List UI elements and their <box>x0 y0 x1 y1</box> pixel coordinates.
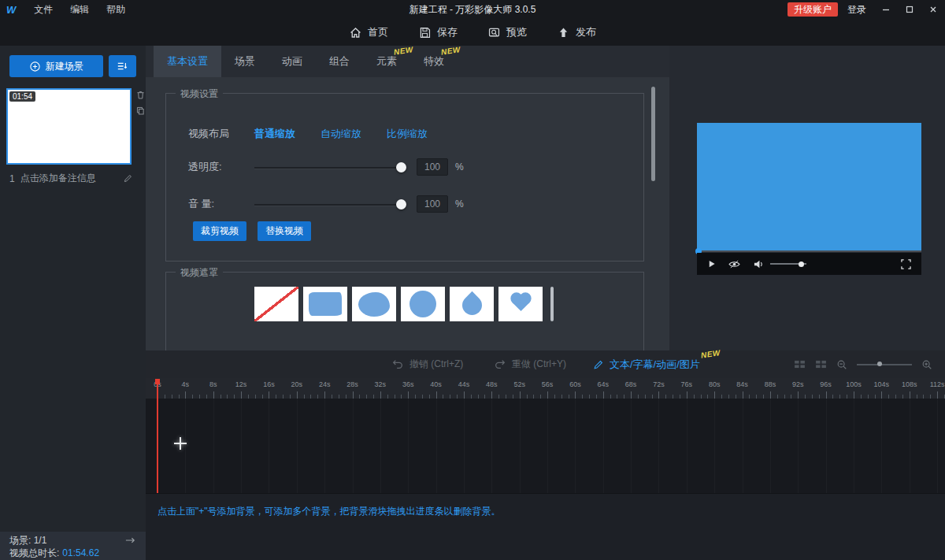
upgrade-account-button[interactable]: 升级账户 <box>788 2 838 17</box>
add-text-media-button[interactable]: 文本/字幕/动画/图片 NEW <box>593 350 700 378</box>
volume-slider[interactable] <box>254 199 404 210</box>
timeline-tick-label: 12s <box>227 380 254 388</box>
preview-video[interactable] <box>697 123 921 250</box>
timeline-tick-label: 24s <box>310 380 338 388</box>
auto-preview-eye-icon[interactable] <box>728 259 741 269</box>
tab-label: 组合 <box>329 54 350 69</box>
timeline-ruler[interactable]: 0s4s8s12s16s20s24s28s32s36s40s44s48s52s5… <box>146 378 945 399</box>
background-track[interactable] <box>146 399 945 494</box>
video-layout-label: 视频布局 <box>188 127 254 141</box>
mask-blob-icon[interactable] <box>352 287 396 321</box>
timeline-tick-label: 112s <box>923 380 945 388</box>
volume-unit: % <box>455 198 464 210</box>
titlebar-right: 升级账户 登录 <box>788 0 945 19</box>
playhead[interactable] <box>157 379 158 493</box>
redo-icon <box>494 359 506 369</box>
tab-animation[interactable]: 动画 <box>269 46 316 77</box>
tab-effects[interactable]: 特效NEW <box>410 46 458 77</box>
menu-edit[interactable]: 编辑 <box>61 3 98 17</box>
timeline-hint-text: 点击上面"+"号添加背景，可添加多个背景，把背景滑块拖拽出进度条以删除背景。 <box>158 505 501 518</box>
preview-controls <box>697 253 921 275</box>
plus-circle-icon <box>29 61 41 72</box>
edit-note-icon[interactable] <box>123 173 133 184</box>
timeline-zoom-slider[interactable] <box>857 364 912 365</box>
timeline-tick-label: 36s <box>395 380 422 388</box>
next-scene-arrow-icon[interactable] <box>124 536 136 544</box>
settings-scrollbar[interactable] <box>651 87 655 181</box>
scene-note[interactable]: 1 点击添加备注信息 <box>9 172 138 185</box>
layout-option-normal-zoom[interactable]: 普通缩放 <box>254 127 295 141</box>
zoom-out-icon[interactable] <box>836 359 847 370</box>
replace-video-button[interactable]: 替换视频 <box>258 221 311 241</box>
fullscreen-button[interactable] <box>901 259 911 269</box>
publish-icon <box>557 26 570 39</box>
mask-teardrop-icon[interactable] <box>450 287 494 321</box>
edit-toolbar: 撤销 (Ctrl+Z) 重做 (Ctrl+Y) 文本/字幕/动画/图片 NEW <box>146 350 945 378</box>
timeline-tick-label: 80s <box>701 380 728 388</box>
undo-button[interactable]: 撤销 (Ctrl+Z) <box>391 350 463 378</box>
minimize-button[interactable] <box>874 0 898 19</box>
new-scene-button[interactable]: 新建场景 <box>9 55 103 77</box>
pencil-icon <box>593 359 604 370</box>
preview-button[interactable]: 预览 <box>487 25 527 39</box>
redo-button[interactable]: 重做 (Ctrl+Y) <box>494 350 566 378</box>
list-sort-icon <box>116 60 128 72</box>
mask-rough-rect-icon[interactable] <box>303 287 347 321</box>
publish-button[interactable]: 发布 <box>557 25 596 39</box>
zoom-handle[interactable] <box>877 362 882 366</box>
timeline-tick-label: 56s <box>533 380 561 388</box>
timeline-tick-label: 28s <box>339 380 366 388</box>
maximize-button[interactable] <box>898 0 921 19</box>
speaker-icon[interactable] <box>753 259 765 269</box>
timeline-tick-label: 84s <box>728 380 756 388</box>
save-button[interactable]: 保存 <box>418 25 458 39</box>
align-grid-icon[interactable] <box>794 360 806 369</box>
slider-handle[interactable] <box>396 199 406 210</box>
volume-handle[interactable] <box>799 261 804 267</box>
slider-handle[interactable] <box>396 162 406 172</box>
scene-list-button[interactable] <box>109 55 136 77</box>
mask-none-icon[interactable] <box>254 287 298 321</box>
layout-option-ratio-zoom[interactable]: 比例缩放 <box>387 127 428 141</box>
note-placeholder: 点击添加备注信息 <box>20 172 96 185</box>
home-button[interactable]: 首页 <box>349 25 388 39</box>
close-button[interactable] <box>921 0 945 19</box>
layout-option-auto-zoom[interactable]: 自动缩放 <box>321 127 361 141</box>
timeline-tick-label: 52s <box>506 380 533 388</box>
timeline-tick-label: 108s <box>895 380 923 388</box>
opacity-slider[interactable] <box>254 162 404 172</box>
opacity-value-field[interactable]: 100 <box>417 158 448 176</box>
play-button[interactable] <box>707 259 716 269</box>
delete-scene-icon[interactable] <box>135 90 146 100</box>
timeline-tick-label: 68s <box>617 380 644 388</box>
scene-thumbnail[interactable]: 01:54 <box>6 88 132 165</box>
preview-volume-slider[interactable] <box>770 263 806 265</box>
main-toolbar: 首页 保存 预览 发布 <box>0 19 945 46</box>
tab-scene[interactable]: 场景 <box>221 46 269 77</box>
tab-elements[interactable]: 元素NEW <box>363 46 410 77</box>
group-title: 视频遮罩 <box>176 266 223 280</box>
login-button[interactable]: 登录 <box>847 3 866 17</box>
menu-file[interactable]: 文件 <box>25 3 61 17</box>
timeline-tick-label: 100s <box>839 380 867 388</box>
volume-value-field[interactable]: 100 <box>417 195 448 213</box>
publish-label: 发布 <box>576 25 596 39</box>
mask-circle-icon[interactable] <box>401 287 445 321</box>
crop-video-button[interactable]: 裁剪视频 <box>193 221 246 241</box>
total-duration-value: 01:54.62 <box>62 547 99 558</box>
add-background-button[interactable] <box>174 437 187 450</box>
scene-status-panel: 场景: 1/1 视频总时长: 01:54.62 <box>0 532 146 560</box>
ruler-major-ticks <box>158 391 945 399</box>
scene-item: 01:54 <box>6 88 146 165</box>
align-grid-icon-2[interactable] <box>815 360 827 369</box>
tab-basic-settings[interactable]: 基本设置 <box>154 46 221 77</box>
mask-heart-icon[interactable] <box>498 287 543 321</box>
menu-help[interactable]: 帮助 <box>98 3 134 17</box>
copy-scene-icon[interactable] <box>135 106 146 116</box>
mask-scrollbar[interactable] <box>550 287 554 321</box>
zoom-in-icon[interactable] <box>921 359 932 370</box>
preview-progress-bar[interactable] <box>697 250 921 252</box>
tab-combine[interactable]: 组合 <box>316 46 363 77</box>
new-scene-label: 新建场景 <box>46 60 83 73</box>
scene-counter-value: 1/1 <box>34 535 47 546</box>
